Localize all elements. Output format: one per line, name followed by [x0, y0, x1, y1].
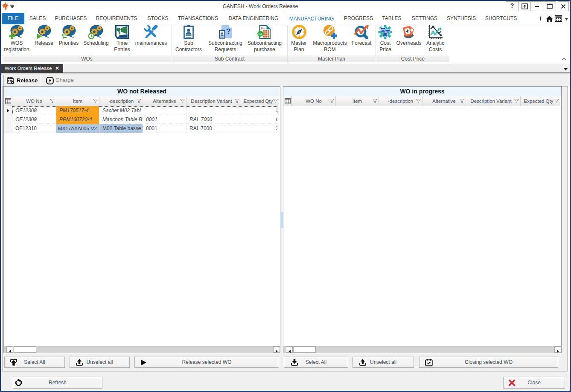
svg-text:?: ? — [226, 27, 230, 35]
svg-text:ST: ST — [258, 32, 262, 36]
